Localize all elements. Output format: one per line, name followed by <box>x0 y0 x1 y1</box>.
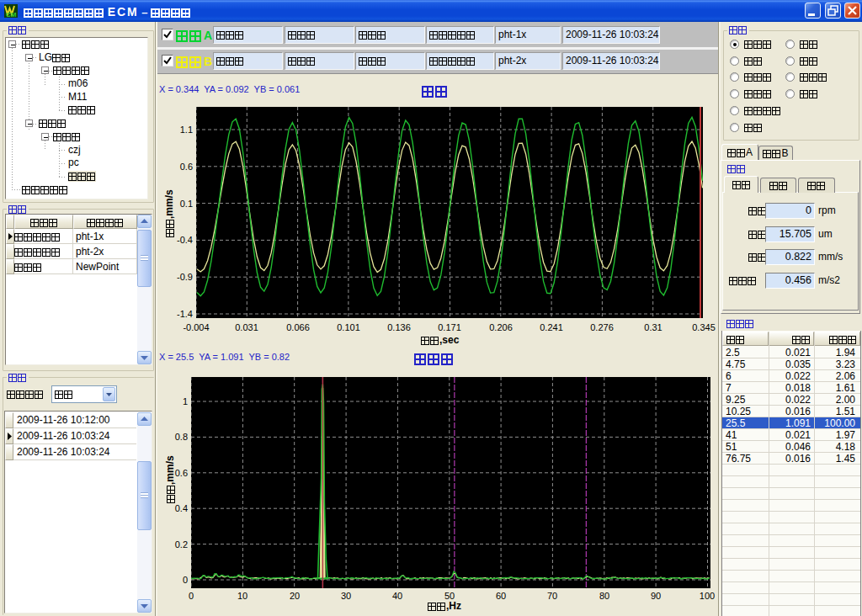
svg-text:CM: CM <box>6 11 17 18</box>
